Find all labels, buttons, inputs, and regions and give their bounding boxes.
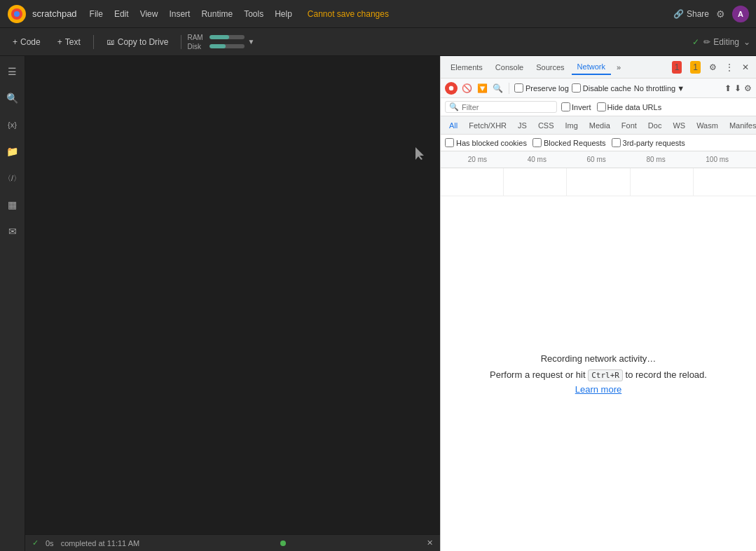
- ram-progress-bar: [209, 35, 245, 39]
- main-area: ☰ 🔍 {x} 📁 〈/〉 ▦ ✉ ✓ 0s completed at 11:1…: [0, 56, 756, 551]
- menu-file[interactable]: File: [85, 8, 107, 20]
- net-toolbar-right: ⬆ ⬇ ⚙: [724, 83, 752, 93]
- disable-cache-checkbox[interactable]: [572, 83, 581, 93]
- preserve-log-checkbox-group: Preserve log: [514, 83, 569, 93]
- sidebar-icon-mail[interactable]: ✉: [3, 222, 22, 241]
- avatar[interactable]: A: [732, 6, 749, 22]
- net-type-js[interactable]: JS: [512, 120, 532, 131]
- editor-area: ✓ 0s completed at 11:11 AM ✕: [25, 56, 440, 551]
- hide-data-urls-checkbox[interactable]: [597, 102, 606, 111]
- devtools-badge-yellow: 1: [687, 61, 703, 74]
- share-icon: 🔗: [673, 9, 684, 19]
- toolbar-separator-2: [181, 35, 181, 49]
- net-settings-icon[interactable]: ⚙: [744, 83, 752, 93]
- text-button[interactable]: + Text: [50, 34, 88, 50]
- clear-button[interactable]: 🚫: [460, 82, 473, 95]
- net-type-css[interactable]: CSS: [532, 120, 560, 131]
- sidebar: ☰ 🔍 {x} 📁 〈/〉 ▦ ✉: [0, 56, 25, 551]
- drive-icon: 🖭: [106, 37, 115, 47]
- sidebar-icon-menu[interactable]: ☰: [3, 62, 22, 81]
- export-icon[interactable]: ⬇: [734, 83, 741, 93]
- status-bar: ✓ 0s completed at 11:11 AM ✕: [25, 534, 440, 551]
- net-sep-1: [509, 83, 509, 94]
- code-button[interactable]: + Code: [6, 34, 48, 50]
- invert-checkbox[interactable]: [561, 102, 570, 111]
- menu-help[interactable]: Help: [270, 8, 296, 20]
- share-button[interactable]: 🔗 Share: [673, 9, 709, 19]
- has-blocked-cookies-checkbox[interactable]: [445, 138, 454, 147]
- editor-canvas[interactable]: [25, 56, 440, 534]
- net-type-font[interactable]: Font: [616, 120, 642, 131]
- status-time: 0s: [46, 539, 54, 547]
- grid-line-2: [504, 168, 567, 196]
- timeline-label-40ms: 40 ms: [528, 156, 547, 163]
- menu-tools[interactable]: Tools: [240, 8, 268, 20]
- net-type-all[interactable]: All: [444, 120, 463, 131]
- dropdown-arrow[interactable]: ▼: [247, 38, 254, 46]
- timeline-header: 20 ms 40 ms 60 ms 80 ms 100 ms: [441, 151, 756, 168]
- copy-to-drive-button[interactable]: 🖭 Copy to Drive: [99, 34, 176, 50]
- title-bar: scratchpad File Edit View Insert Runtime…: [0, 0, 756, 28]
- sidebar-icon-terminal[interactable]: 〈/〉: [3, 168, 22, 188]
- toolbar: + Code + Text 🖭 Copy to Drive RAM Disk ▼…: [0, 28, 756, 56]
- code-icon: +: [13, 37, 18, 47]
- devtools-more-icon[interactable]: ⋮: [722, 61, 736, 74]
- grid-line-3: [567, 168, 630, 196]
- tab-sources[interactable]: Sources: [530, 60, 570, 74]
- ram-disk-indicator: RAM Disk: [187, 34, 245, 50]
- devtools-settings-icon[interactable]: ⚙: [706, 61, 720, 74]
- sidebar-icon-search[interactable]: 🔍: [3, 88, 22, 108]
- tab-network[interactable]: Network: [572, 60, 611, 75]
- menu-view[interactable]: View: [136, 8, 163, 20]
- menu-runtime[interactable]: Runtime: [197, 8, 237, 20]
- net-type-img[interactable]: Img: [560, 120, 584, 131]
- filter-bar: 🔍 Invert Hide data URLs: [441, 98, 756, 116]
- menu-insert[interactable]: Insert: [165, 8, 194, 20]
- cannot-save-warning[interactable]: Cannot save changes: [308, 9, 389, 19]
- tab-more-button[interactable]: »: [612, 60, 625, 74]
- expand-button[interactable]: ⌄: [743, 37, 750, 47]
- text-icon: +: [57, 37, 62, 47]
- net-type-media[interactable]: Media: [584, 120, 616, 131]
- devtools-close-icon[interactable]: ✕: [739, 61, 752, 74]
- record-button[interactable]: ⏺: [445, 82, 458, 95]
- net-type-doc[interactable]: Doc: [642, 120, 668, 131]
- disable-cache-checkbox-group: Disable cache: [572, 83, 631, 93]
- status-dot: [280, 540, 286, 546]
- filter-search-icon: 🔍: [449, 102, 459, 111]
- third-party-requests-group: 3rd-party requests: [612, 138, 685, 147]
- toolbar-separator-1: [93, 35, 94, 49]
- filter-input[interactable]: [462, 103, 553, 111]
- third-party-requests-checkbox[interactable]: [612, 138, 621, 147]
- net-type-fetch[interactable]: Fetch/XHR: [463, 120, 512, 131]
- timeline-grid: [441, 168, 756, 196]
- blocked-bar: Has blocked cookies Blocked Requests 3rd…: [441, 135, 756, 151]
- status-close-button[interactable]: ✕: [427, 538, 433, 547]
- editing-button[interactable]: ✏ Editing: [703, 37, 739, 47]
- timeline-label-80ms: 80 ms: [646, 156, 665, 163]
- tab-console[interactable]: Console: [490, 60, 529, 74]
- sidebar-icon-variables[interactable]: {x}: [3, 115, 22, 135]
- search-network-icon[interactable]: 🔍: [491, 82, 504, 95]
- blocked-requests-group: Blocked Requests: [532, 138, 606, 147]
- learn-more-link[interactable]: Learn more: [575, 384, 621, 395]
- net-type-manifest[interactable]: Manifest: [724, 120, 756, 131]
- sidebar-icon-table[interactable]: ▦: [3, 195, 22, 215]
- blocked-requests-checkbox[interactable]: [532, 138, 542, 147]
- sidebar-icon-files[interactable]: 📁: [3, 142, 22, 161]
- preserve-log-checkbox[interactable]: [514, 83, 523, 93]
- settings-icon[interactable]: ⚙: [716, 8, 725, 20]
- throttle-select[interactable]: No throttling ▼: [634, 84, 685, 93]
- import-icon[interactable]: ⬆: [724, 83, 731, 93]
- timeline-label-60ms: 60 ms: [587, 156, 606, 163]
- invert-checkbox-group: Invert: [561, 102, 591, 111]
- network-content: Recording network activity… Perform a re…: [441, 196, 756, 551]
- perform-text: Perform a request or hit Ctrl+R to recor…: [490, 369, 707, 380]
- net-type-wasm[interactable]: Wasm: [691, 120, 724, 131]
- filter-icon[interactable]: 🔽: [476, 82, 488, 95]
- tab-elements[interactable]: Elements: [445, 60, 488, 74]
- net-type-ws[interactable]: WS: [667, 120, 691, 131]
- menu-edit[interactable]: Edit: [110, 8, 133, 20]
- title-bar-right: 🔗 Share ⚙ A: [673, 6, 749, 22]
- grid-line-5: [694, 168, 756, 196]
